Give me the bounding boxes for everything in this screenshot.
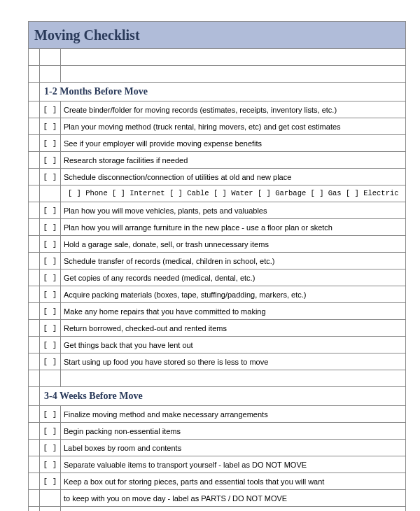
page-title: Moving Checklist [29, 22, 406, 49]
checkbox[interactable]: [ ] [40, 320, 61, 337]
checkbox[interactable]: [ ] [40, 270, 61, 286]
gutter-cell [29, 473, 40, 490]
spacer-cell [29, 370, 40, 387]
gutter-cell [29, 337, 40, 354]
gutter-cell [29, 320, 40, 337]
checkbox[interactable]: [ ] [40, 456, 61, 473]
checkbox[interactable]: [ ] [40, 337, 61, 354]
gutter-cell [29, 423, 40, 440]
spacer-cell [29, 49, 40, 66]
gutter-cell [29, 169, 40, 186]
checklist-sub-options[interactable]: [ ] Phone [ ] Internet [ ] Cable [ ] Wat… [61, 186, 406, 202]
checklist-item: Begin packing non-essential items [61, 423, 406, 440]
checklist-item: Label boxes by room and contents [61, 440, 406, 456]
gutter-cell [29, 440, 40, 456]
gutter-cell [29, 286, 40, 303]
gutter-cell [29, 406, 40, 423]
section-heading: 1-2 Months Before Move [40, 83, 406, 102]
gutter-cell [29, 253, 40, 270]
spacer-cell [61, 370, 406, 387]
gutter-cell [29, 135, 40, 152]
gutter-cell [29, 456, 40, 473]
spacer-cell [61, 49, 406, 66]
gutter-cell [29, 219, 40, 236]
checklist-item: Acquire packing materials (boxes, tape, … [61, 286, 406, 303]
checkbox[interactable]: [ ] [40, 354, 61, 370]
checklist-item: Make any home repairs that you have comm… [61, 303, 406, 320]
checkbox[interactable]: [ ] [40, 118, 61, 135]
checkbox[interactable]: [ ] [40, 135, 61, 152]
checklist-item: Separate valuable items to transport you… [61, 456, 406, 473]
gutter-cell [29, 152, 40, 169]
spacer-cell [40, 370, 61, 387]
gutter-cell [29, 118, 40, 135]
checkbox[interactable]: [ ] [40, 219, 61, 236]
empty-check [40, 490, 61, 507]
spacer-cell [40, 49, 61, 66]
checklist-item: Schedule disconnection/connection of uti… [61, 169, 406, 186]
gutter-cell [29, 387, 40, 406]
gutter-cell [29, 102, 40, 118]
checkbox[interactable]: [ ] [40, 473, 61, 490]
gutter-cell [29, 202, 40, 219]
gutter-cell [29, 186, 40, 202]
checklist-item: Create an inventory list of items and bo… [61, 507, 406, 511]
section-heading: 3-4 Weeks Before Move [40, 387, 406, 406]
checkbox[interactable]: [ ] [40, 286, 61, 303]
checklist-item: Research storage facilities if needed [61, 152, 406, 169]
checklist-item: Keep a box out for storing pieces, parts… [61, 473, 406, 490]
checkbox[interactable]: [ ] [40, 406, 61, 423]
checkbox[interactable]: [ ] [40, 253, 61, 270]
checkbox[interactable]: [ ] [40, 423, 61, 440]
empty-check [40, 186, 61, 202]
checkbox[interactable]: [ ] [40, 236, 61, 253]
checklist-item: Hold a garage sale, donate, sell, or tra… [61, 236, 406, 253]
spacer-cell [61, 66, 406, 83]
gutter-cell [29, 490, 40, 507]
checklist-item-continuation: to keep with you on move day - label as … [61, 490, 406, 507]
gutter-cell [29, 236, 40, 253]
gutter-cell [29, 507, 40, 511]
checklist-item: Create binder/folder for moving records … [61, 102, 406, 118]
checklist-item: Get things back that you have lent out [61, 337, 406, 354]
checkbox[interactable]: [ ] [40, 169, 61, 186]
checkbox[interactable]: [ ] [40, 202, 61, 219]
checklist-item: Plan how you will move vehicles, plants,… [61, 202, 406, 219]
checklist-item: Schedule transfer of records (medical, c… [61, 253, 406, 270]
checkbox[interactable]: [ ] [40, 102, 61, 118]
checklist-table: Moving Checklist1-2 Months Before Move[ … [28, 21, 406, 511]
checkbox[interactable]: [ ] [40, 152, 61, 169]
checklist-item: Get copies of any records needed (medica… [61, 270, 406, 286]
gutter-cell [29, 83, 40, 102]
checklist-item: See if your employer will provide moving… [61, 135, 406, 152]
spacer-cell [29, 66, 40, 83]
checklist-item: Plan your moving method (truck rental, h… [61, 118, 406, 135]
gutter-cell [29, 354, 40, 370]
gutter-cell [29, 303, 40, 320]
checklist-item: Plan how you will arrange furniture in t… [61, 219, 406, 236]
checkbox[interactable]: [ ] [40, 507, 61, 511]
checklist-item: Finalize moving method and make necessar… [61, 406, 406, 423]
spacer-cell [40, 66, 61, 83]
checkbox[interactable]: [ ] [40, 440, 61, 456]
gutter-cell [29, 270, 40, 286]
checklist-item: Start using up food you have stored so t… [61, 354, 406, 370]
checklist-item: Return borrowed, checked-out and rented … [61, 320, 406, 337]
checkbox[interactable]: [ ] [40, 303, 61, 320]
